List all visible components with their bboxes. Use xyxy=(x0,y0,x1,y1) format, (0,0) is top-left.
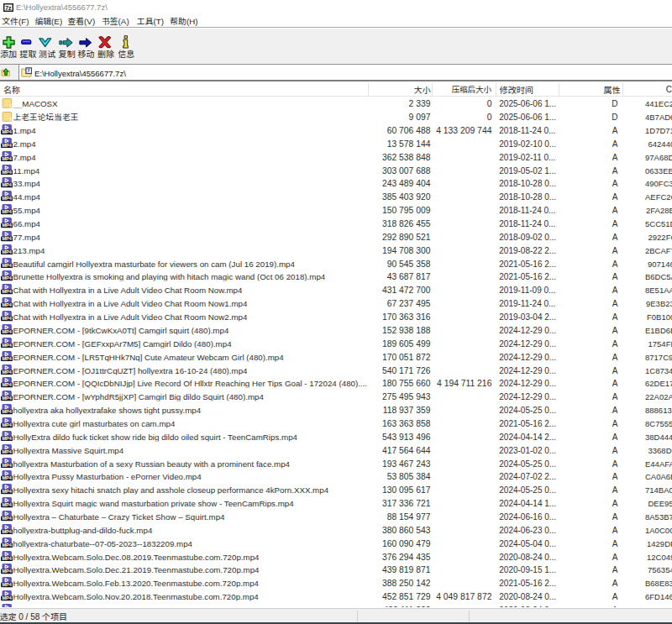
svg-text:MP4: MP4 xyxy=(2,329,12,334)
svg-text:MP4: MP4 xyxy=(2,276,12,281)
svg-text:MP4: MP4 xyxy=(2,236,12,241)
svg-text:MP4: MP4 xyxy=(2,209,12,214)
svg-text:MP4: MP4 xyxy=(2,170,12,175)
svg-text:MP4: MP4 xyxy=(2,409,12,414)
svg-text:MP4: MP4 xyxy=(2,343,12,348)
svg-text:MP4: MP4 xyxy=(2,529,12,534)
svg-text:MP4: MP4 xyxy=(2,463,12,468)
svg-text:MP4: MP4 xyxy=(2,196,12,201)
svg-text:MP4: MP4 xyxy=(2,436,12,441)
svg-text:MP4: MP4 xyxy=(2,543,12,548)
svg-text:7z: 7z xyxy=(5,4,12,10)
svg-text:MP4: MP4 xyxy=(2,370,12,375)
svg-text:MP4: MP4 xyxy=(2,302,12,307)
svg-text:MP4: MP4 xyxy=(2,382,12,387)
svg-text:MP4: MP4 xyxy=(2,475,12,480)
svg-text:MP4: MP4 xyxy=(2,502,12,507)
svg-text:MP4: MP4 xyxy=(2,263,12,268)
svg-text:MP4: MP4 xyxy=(2,569,12,574)
svg-text:MP4: MP4 xyxy=(2,396,12,401)
svg-text:MP4: MP4 xyxy=(2,489,12,494)
svg-text:MP4: MP4 xyxy=(2,129,12,134)
svg-text:MP4: MP4 xyxy=(2,156,12,161)
svg-text:MP4: MP4 xyxy=(2,143,12,148)
svg-text:MP4: MP4 xyxy=(2,289,12,294)
svg-text:MP4: MP4 xyxy=(2,556,12,561)
svg-text:MP4: MP4 xyxy=(2,223,12,228)
svg-text:MP4: MP4 xyxy=(2,249,12,254)
svg-text:MP4: MP4 xyxy=(2,356,12,361)
svg-text:MP4: MP4 xyxy=(2,422,12,427)
svg-text:MP4: MP4 xyxy=(2,183,12,188)
svg-text:MP4: MP4 xyxy=(2,516,12,521)
svg-text:MP4: MP4 xyxy=(2,582,12,587)
svg-text:MP4: MP4 xyxy=(2,449,12,454)
svg-text:MP4: MP4 xyxy=(2,595,12,600)
svg-text:MP4: MP4 xyxy=(2,316,12,321)
